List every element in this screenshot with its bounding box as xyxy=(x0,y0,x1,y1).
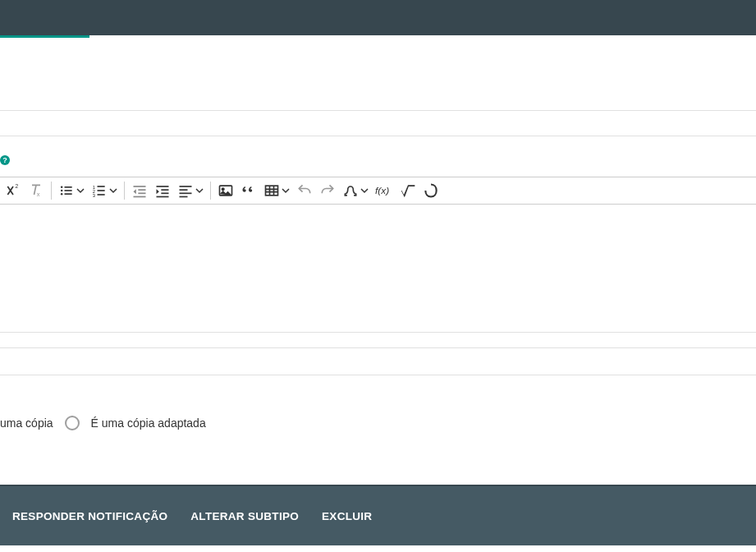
superscript-icon[interactable]: 2 xyxy=(2,177,25,205)
outdent-icon[interactable] xyxy=(128,177,151,205)
svg-rect-19 xyxy=(161,189,168,191)
svg-rect-25 xyxy=(180,196,188,198)
svg-rect-13 xyxy=(98,194,105,196)
svg-rect-9 xyxy=(98,186,105,187)
toolbar-separator xyxy=(124,182,125,200)
svg-rect-5 xyxy=(65,190,72,191)
editor-toolbar: 2 x 123 f( xyxy=(0,177,756,205)
toolbar-separator xyxy=(210,182,211,200)
custom-icon[interactable] xyxy=(419,177,442,205)
active-tab-indicator xyxy=(0,35,89,38)
svg-text:f(x): f(x) xyxy=(375,185,389,196)
svg-rect-14 xyxy=(134,186,146,187)
svg-point-2 xyxy=(61,186,63,189)
svg-rect-15 xyxy=(138,189,145,191)
svg-rect-16 xyxy=(138,193,145,195)
svg-rect-11 xyxy=(98,190,105,191)
numbered-list-icon[interactable]: 123 xyxy=(88,177,121,205)
svg-rect-23 xyxy=(180,189,188,191)
svg-rect-24 xyxy=(180,193,192,195)
responder-notificacao-button[interactable]: RESPONDER NOTIFICAÇÃO xyxy=(12,510,167,522)
chevron-down-icon[interactable] xyxy=(109,186,117,195)
chevron-down-icon[interactable] xyxy=(360,186,369,195)
svg-point-4 xyxy=(61,190,63,192)
chevron-down-icon[interactable] xyxy=(76,186,85,195)
indent-icon[interactable] xyxy=(151,177,174,205)
editor-content-area[interactable] xyxy=(0,205,756,333)
svg-text:2: 2 xyxy=(16,183,19,189)
radio-label-copia-adaptada: É uma cópia adaptada xyxy=(91,416,206,430)
table-icon[interactable] xyxy=(260,177,293,205)
svg-point-6 xyxy=(61,193,63,196)
svg-rect-18 xyxy=(157,186,169,187)
radio-group: uma cópia É uma cópia adaptada xyxy=(0,416,206,430)
alterar-subtipo-button[interactable]: ALTERAR SUBTIPO xyxy=(190,510,299,522)
clear-format-icon[interactable]: x xyxy=(25,177,48,205)
svg-rect-3 xyxy=(65,186,72,188)
input-field-1[interactable] xyxy=(0,110,756,136)
radio-label-copia: uma cópia xyxy=(0,416,53,430)
input-field-2[interactable] xyxy=(0,347,756,375)
svg-rect-20 xyxy=(161,193,168,195)
quote-icon[interactable] xyxy=(237,177,260,205)
help-icon[interactable]: ? xyxy=(0,155,10,165)
fx-icon[interactable]: f(x) xyxy=(372,177,396,205)
image-icon[interactable] xyxy=(214,177,237,205)
toolbar-separator xyxy=(51,182,52,200)
svg-text:x: x xyxy=(37,191,40,198)
svg-rect-17 xyxy=(134,196,146,198)
excluir-button[interactable]: EXCLUIR xyxy=(322,510,372,522)
svg-point-27 xyxy=(222,188,224,191)
bottom-action-bar: RESPONDER NOTIFICAÇÃO ALTERAR SUBTIPO EX… xyxy=(0,485,756,545)
radio-copia-adaptada[interactable] xyxy=(65,416,80,430)
svg-rect-21 xyxy=(157,196,169,198)
svg-text:3: 3 xyxy=(93,193,95,198)
svg-rect-22 xyxy=(180,186,192,187)
omega-icon[interactable] xyxy=(339,177,372,205)
bullet-list-icon[interactable] xyxy=(55,177,88,205)
svg-rect-7 xyxy=(65,193,72,195)
svg-rect-28 xyxy=(266,186,278,196)
sqrt-icon[interactable] xyxy=(396,177,419,205)
align-icon[interactable] xyxy=(174,177,207,205)
undo-icon[interactable] xyxy=(293,177,316,205)
chevron-down-icon[interactable] xyxy=(195,186,204,195)
chevron-down-icon[interactable] xyxy=(282,186,290,195)
redo-icon[interactable] xyxy=(316,177,339,205)
top-bar xyxy=(0,0,756,35)
